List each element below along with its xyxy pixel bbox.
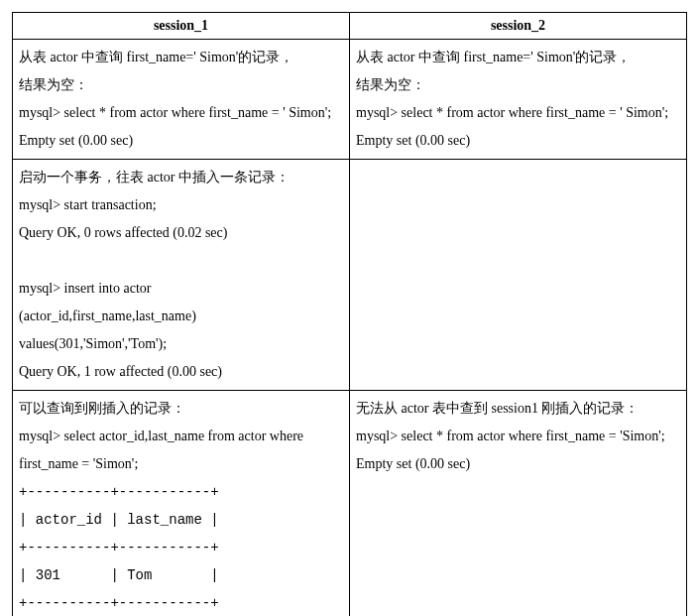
row3-right-line3: Empty set (0.00 sec) <box>356 456 470 471</box>
session-comparison-table: session_1 session_2 从表 actor 中查询 first_n… <box>12 12 687 616</box>
cell-session2-row2 <box>350 160 687 391</box>
row1-left-line3: mysql> select * from actor where first_n… <box>19 105 331 120</box>
row3-left-line3: +----------+-----------+ <box>19 484 219 500</box>
row1-left-line1: 从表 actor 中查询 first_name=' Simon'的记录， <box>19 50 293 64</box>
cell-session1-row1: 从表 actor 中查询 first_name=' Simon'的记录， 结果为… <box>13 40 350 160</box>
row1-left-line4: Empty set (0.00 sec) <box>19 133 133 148</box>
table-row: 启动一个事务，往表 actor 中插入一条记录： mysql> start tr… <box>13 160 687 391</box>
row1-right-line4: Empty set (0.00 sec) <box>356 133 470 148</box>
row2-left-line6: values(301,'Simon','Tom'); <box>19 336 167 351</box>
row3-left-line5: +----------+-----------+ <box>19 540 219 555</box>
row3-left-line6: | 301 | Tom | <box>19 567 219 583</box>
row2-left-line5: (actor_id,first_name,last_name) <box>19 308 196 323</box>
row1-right-line1: 从表 actor 中查询 first_name=' Simon'的记录， <box>356 50 631 64</box>
cell-session1-row2: 启动一个事务，往表 actor 中插入一条记录： mysql> start tr… <box>13 160 350 391</box>
table-row: 从表 actor 中查询 first_name=' Simon'的记录， 结果为… <box>13 40 687 160</box>
header-session-2: session_2 <box>350 13 687 40</box>
row1-right-line2: 结果为空： <box>356 77 425 92</box>
row3-left-line2: mysql> select actor_id,last_name from ac… <box>19 429 303 471</box>
row2-left-line3: Query OK, 0 rows affected (0.02 sec) <box>19 225 227 240</box>
header-session-1: session_1 <box>13 13 350 40</box>
table-row: 可以查询到刚插入的记录： mysql> select actor_id,last… <box>13 391 687 616</box>
row3-right-line2: mysql> select * from actor where first_n… <box>356 429 665 443</box>
row3-right-line1: 无法从 actor 表中查到 session1 刚插入的记录： <box>356 401 639 416</box>
table-header-row: session_1 session_2 <box>13 13 687 40</box>
cell-session2-row1: 从表 actor 中查询 first_name=' Simon'的记录， 结果为… <box>350 40 687 160</box>
row2-left-line4: mysql> insert into actor <box>19 281 152 296</box>
row3-left-line7: +----------+-----------+ <box>19 595 219 611</box>
row2-left-line1: 启动一个事务，往表 actor 中插入一条记录： <box>19 170 290 185</box>
row1-right-line3: mysql> select * from actor where first_n… <box>356 105 668 120</box>
row3-left-line4: | actor_id | last_name | <box>19 512 219 528</box>
cell-session1-row3: 可以查询到刚插入的记录： mysql> select actor_id,last… <box>13 391 350 616</box>
cell-session2-row3: 无法从 actor 表中查到 session1 刚插入的记录： mysql> s… <box>350 391 687 616</box>
row2-left-line2: mysql> start transaction; <box>19 197 157 212</box>
row1-left-line2: 结果为空： <box>19 77 88 92</box>
row3-left-line1: 可以查询到刚插入的记录： <box>19 401 185 416</box>
row2-left-line7: Query OK, 1 row affected (0.00 sec) <box>19 364 222 379</box>
